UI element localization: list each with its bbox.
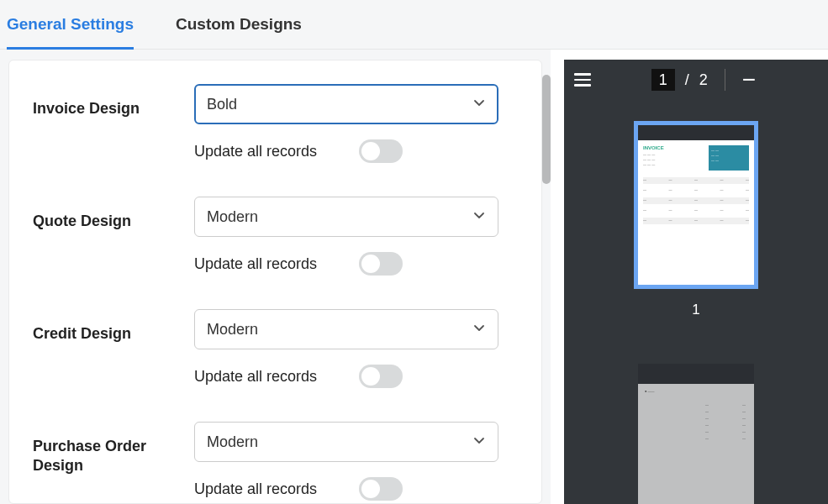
select-invoice-value: Bold [207,96,237,113]
label-update-invoice: Update all records [194,143,317,160]
select-credit-design[interactable]: Modern [194,309,498,349]
zoom-out-icon[interactable]: − [742,66,757,93]
label-quote-design: Quote Design [33,197,194,276]
update-row-quote: Update all records [194,252,526,276]
select-quote-value: Modern [207,208,258,226]
row-invoice-design: Invoice Design Bold Update all records [33,84,526,163]
tab-custom-designs[interactable]: Custom Designs [176,0,319,49]
tab-general-settings[interactable]: General Settings [7,0,150,49]
label-invoice-design: Invoice Design [33,84,194,163]
settings-panel: Invoice Design Bold Update all records [0,50,551,504]
controls-invoice: Bold Update all records [194,84,526,163]
pdf-viewer: 1 / 2 − INVOICE — — — — — — — — — — —— —… [564,60,828,504]
row-purchase-order-design: Purchase Order Design Modern Update all … [33,422,526,501]
pdf-thumbnail-2[interactable]: ● —— —— —— —— —— —— —— [638,364,754,504]
update-row-credit: Update all records [194,365,526,388]
preview-panel: 1 / 2 − INVOICE — — — — — — — — — — —— —… [551,50,828,504]
label-purchase-order-design: Purchase Order Design [33,422,194,501]
select-credit-value: Modern [207,321,258,339]
label-credit-design: Credit Design [33,309,194,388]
select-quote-design[interactable]: Modern [194,197,498,237]
chevron-down-icon [472,96,486,113]
chevron-down-icon [472,321,486,339]
pdf-page-separator: / [685,71,689,89]
update-row-invoice: Update all records [194,139,526,163]
row-quote-design: Quote Design Modern Update all records [33,197,526,276]
label-update-credit: Update all records [194,368,317,386]
toggle-update-invoice[interactable] [359,139,403,163]
update-row-purchase-order: Update all records [194,477,526,501]
label-update-purchase-order: Update all records [194,480,317,498]
pdf-current-page[interactable]: 1 [651,69,675,91]
row-credit-design: Credit Design Modern Update all records [33,309,526,388]
select-purchase-order-design[interactable]: Modern [194,422,498,462]
settings-scrollbar[interactable] [542,75,551,184]
pdf-total-pages: 2 [699,71,708,89]
hamburger-icon[interactable] [574,73,591,87]
tabs-bar: General Settings Custom Designs [0,0,828,50]
chevron-down-icon [472,433,486,451]
pdf-thumbnails: INVOICE — — — — — — — — — — —— —— — ————… [564,100,828,504]
preview-invoice-title: INVOICE [643,145,664,150]
controls-purchase-order: Modern Update all records [194,422,526,501]
toggle-update-quote[interactable] [359,252,403,276]
label-update-quote: Update all records [194,255,317,273]
toolbar-divider [725,69,725,91]
select-purchase-order-value: Modern [207,433,258,451]
controls-quote: Modern Update all records [194,197,526,276]
settings-card: Invoice Design Bold Update all records [8,60,542,504]
pdf-page-indicator: 1 / 2 − [651,66,757,93]
select-invoice-design[interactable]: Bold [194,84,498,124]
main-content: Invoice Design Bold Update all records [0,50,828,504]
toggle-update-credit[interactable] [359,365,403,388]
pdf-thumbnail-1-label: 1 [692,302,699,318]
pdf-toolbar: 1 / 2 − [564,60,828,100]
toggle-update-purchase-order[interactable] [359,477,403,501]
chevron-down-icon [472,208,486,226]
pdf-thumbnail-1[interactable]: INVOICE — — — — — — — — — — —— —— — ————… [638,125,754,285]
controls-credit: Modern Update all records [194,309,526,388]
